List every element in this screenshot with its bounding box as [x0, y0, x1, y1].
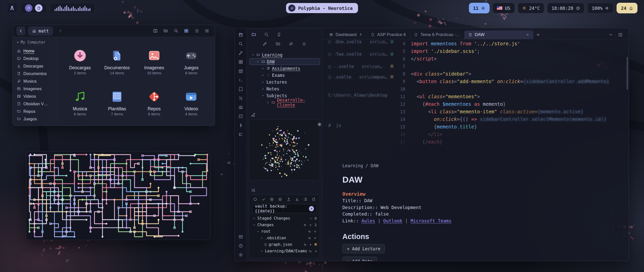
git-row-graph-json[interactable]: graph.jsonM [252, 241, 317, 248]
graph-view[interactable] [249, 120, 320, 180]
search-view-button[interactable] [174, 28, 178, 33]
notifications-widget[interactable]: 24 [617, 3, 637, 13]
split-view-button[interactable] [153, 28, 158, 33]
git-row--obsidian[interactable]: .obsidian [252, 235, 317, 241]
folder-musica[interactable]: Musica6 items [62, 82, 98, 123]
sidebar-header[interactable]: ▾ My Computer [15, 40, 54, 47]
editor-scrollbar[interactable] [627, 57, 628, 90]
updates-widget[interactable]: 11 [469, 3, 490, 13]
git-refresh-button[interactable] [311, 197, 316, 201]
ribbon-key-button[interactable] [238, 50, 243, 55]
ribbon-canvas-button[interactable] [238, 59, 243, 64]
ribbon-terminal-button[interactable] [238, 78, 243, 83]
git-check-button[interactable] [261, 197, 266, 201]
tree-item-learning[interactable]: Learning [249, 51, 320, 58]
folder-documentos[interactable]: Documentos14 items [99, 41, 135, 82]
git-plus-circle-button[interactable] [270, 197, 274, 201]
git-plus-action[interactable] [314, 250, 317, 253]
keyboard-layout-widget[interactable]: US [493, 3, 515, 13]
tab-close-button[interactable] [526, 33, 529, 37]
folder-imagenes[interactable]: Imagenes10 items [136, 41, 172, 82]
ribbon-dollar-button[interactable] [238, 123, 243, 128]
sidebar-item-musica[interactable]: Musica [15, 77, 54, 85]
sidebar-item-repos[interactable]: Repos [15, 108, 54, 115]
ribbon-files-button[interactable] [238, 32, 243, 37]
ribbon-percent-button[interactable] [238, 96, 243, 101]
ribbon-book-button[interactable] [238, 87, 243, 92]
sidebar-item-imagenes[interactable]: Imagenes [15, 85, 54, 92]
folder-juegos[interactable]: Juegos8 items [173, 41, 210, 82]
folder-repos[interactable]: Repos6 items [136, 82, 172, 123]
tree-item-daw[interactable]: DAW [249, 58, 320, 65]
explorer-folder-plus-button[interactable] [275, 41, 280, 46]
git-panel-icon[interactable] [251, 188, 256, 193]
tab-list-dropdown-button[interactable] [609, 32, 613, 37]
commit-message-input[interactable]: vault backup: {{date}} [252, 204, 317, 213]
weather-widget[interactable]: 24°C [518, 3, 544, 13]
new-tab-button[interactable] [536, 32, 540, 37]
git-undo-action[interactable] [309, 250, 312, 253]
folder-descargas[interactable]: Descargas2 items [62, 41, 98, 82]
git-undo-action[interactable] [308, 236, 311, 240]
list-view-button[interactable] [194, 28, 199, 33]
session-menu-button[interactable] [25, 4, 32, 12]
ribbon-settings-button[interactable] [238, 252, 243, 257]
sidebar-item-obsidianv[interactable]: Obsidian V… [15, 100, 54, 108]
tree-item-notes[interactable]: Notes [249, 85, 320, 92]
sidebar-item-documentos[interactable]: Documentos [15, 70, 54, 77]
back-button[interactable] [17, 27, 25, 35]
panel-tab-folder[interactable] [251, 32, 256, 37]
note-button--add-lecture[interactable]: + Add Lecture [342, 244, 385, 253]
ribbon-search-button[interactable] [238, 41, 243, 46]
tab-daw[interactable]: DAW [464, 30, 533, 39]
git-plus-action[interactable] [313, 230, 317, 233]
note-link-microsoft-teams[interactable]: Microsoft Teams [411, 218, 452, 223]
tab-tema-6-pr-cticas-[interactable]: Tema 6 Prácticas -… [410, 30, 464, 39]
clock-widget[interactable]: 18:08:28 [547, 3, 584, 13]
folder-plus-view-button[interactable] [163, 28, 168, 33]
panel-tab-search[interactable] [264, 32, 269, 37]
sidebar-item-home[interactable]: Home [15, 47, 54, 55]
tree-item-assignments[interactable]: Assignments [249, 65, 320, 72]
ribbon-calendar-check-button[interactable] [238, 69, 243, 74]
launcher-button[interactable]: Λ [7, 3, 18, 13]
git-circle-button[interactable] [253, 197, 257, 201]
explorer-collapse-button[interactable] [302, 41, 307, 46]
tab-asp-practice-6[interactable]: ASP Practice 6 [367, 30, 410, 39]
sidebar-item-desktop[interactable]: Desktop [15, 55, 54, 62]
sidebar-item-videos[interactable]: Videos [15, 92, 54, 100]
git-undo-action[interactable] [303, 223, 307, 227]
folder-videos[interactable]: Videos4 items [173, 82, 210, 123]
tree-item-lectures[interactable]: Lectures [249, 79, 320, 85]
grid-view-button[interactable] [184, 28, 189, 33]
ribbon-vault-button[interactable] [238, 234, 243, 239]
explorer-sort-button[interactable] [289, 41, 294, 46]
clear-input-button[interactable] [309, 206, 314, 211]
tree-item-exams[interactable]: Exams [249, 72, 320, 79]
note-button--add-note[interactable]: + Add Note [342, 257, 377, 261]
git-plus-action[interactable] [313, 236, 317, 240]
notes-shortcut-button[interactable] [35, 4, 43, 12]
menu-view-button[interactable] [205, 28, 209, 33]
git-plus-action[interactable] [309, 243, 312, 246]
ribbon-help-button[interactable] [238, 243, 243, 248]
sidebar-item-descargas[interactable]: Descargas [15, 62, 54, 70]
git-list-button[interactable] [303, 197, 307, 201]
git-undo-action[interactable] [308, 230, 311, 233]
git-minus-circle-button[interactable] [278, 197, 282, 201]
git-row-changes[interactable]: Changes2 [252, 222, 317, 228]
git-upload-button[interactable] [287, 197, 291, 201]
git-row-staged-changes[interactable]: Staged Changes—0 [252, 215, 317, 222]
folder-plantillas[interactable]: Plantillas7 items [99, 82, 135, 123]
ribbon-scissors-button[interactable] [238, 132, 243, 137]
ribbon-camera-button[interactable] [238, 105, 243, 110]
note-link-aules[interactable]: Aules [361, 218, 375, 223]
git-plus-action[interactable] [309, 223, 312, 227]
sidebar-item-juegos[interactable]: Juegos [15, 115, 54, 123]
forward-button[interactable] [56, 27, 64, 35]
git-row-root[interactable]: root [252, 228, 317, 235]
note-link-outlook[interactable]: Outlook [383, 218, 403, 223]
tab-dashboard[interactable]: Dashboard [325, 30, 367, 39]
ribbon-dice-button[interactable] [238, 114, 243, 119]
panel-tab-bookmark[interactable] [276, 32, 281, 37]
